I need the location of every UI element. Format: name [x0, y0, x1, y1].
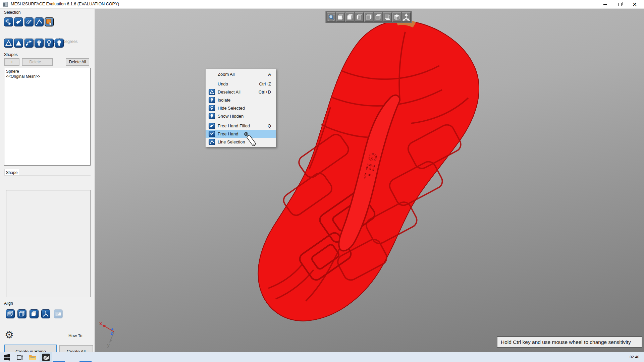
- zoom-brackets-icon: [327, 13, 335, 21]
- shoe-sole-mesh[interactable]: GEL: [95, 9, 644, 352]
- cube-left-icon: [356, 14, 363, 20]
- menu-item-isolate[interactable]: Isolate: [206, 96, 276, 104]
- free-hand-filled-icon: [15, 18, 22, 25]
- line-selection-icon: [36, 18, 43, 25]
- free-hand-filled-button[interactable]: [14, 17, 23, 26]
- vp-view-top-button[interactable]: [374, 12, 382, 22]
- align-shape-to-mesh-button[interactable]: [17, 309, 26, 318]
- vp-view-iso-button[interactable]: [392, 12, 401, 22]
- menu-item-show-hidden[interactable]: Show Hidden: [206, 112, 276, 120]
- align-mesh-to-shape-button[interactable]: [6, 309, 15, 318]
- align-corner-button[interactable]: [54, 309, 63, 318]
- mesh2surface-app-icon: [42, 353, 50, 361]
- cube-front-icon: [337, 14, 344, 20]
- vp-view-bottom-button[interactable]: [383, 12, 392, 22]
- isolate-button[interactable]: [35, 39, 44, 48]
- left-panel: Selection: [0, 9, 95, 352]
- expand-arrows-icon: [402, 13, 410, 21]
- mesh2surface-app-button[interactable]: [40, 352, 52, 362]
- deselect-all-icon: [209, 89, 215, 95]
- menu-item-line-selection[interactable]: Line Selection: [206, 138, 276, 146]
- align-datum-button[interactable]: [41, 309, 50, 318]
- title-bar: MESH2SURFACE Evaluation 6.1.6 (EVALUATIO…: [0, 0, 644, 9]
- add-shape-button[interactable]: +: [4, 58, 19, 66]
- free-hand-icon: [209, 131, 215, 137]
- sensitivity-tooltip: Hold Ctrl key and use mouse wheel to cha…: [497, 336, 642, 348]
- rectangle-selection-icon: [46, 18, 53, 26]
- settings-gear-icon[interactable]: ⚙: [5, 330, 14, 340]
- menu-item-deselect-all[interactable]: Deselect All Ctrl+D: [206, 88, 276, 96]
- show-hidden-icon: [209, 113, 215, 119]
- magic-wand-select-button[interactable]: [4, 17, 13, 26]
- menu-item-hide-selected[interactable]: Hide Selected: [206, 104, 276, 112]
- start-button[interactable]: [1, 352, 13, 362]
- vp-zoom-extents-button[interactable]: [402, 12, 411, 22]
- taskbar-clock[interactable]: 02.46: [630, 355, 639, 359]
- cube-top-icon: [375, 14, 381, 20]
- hide-bulb-icon: [46, 40, 53, 47]
- solid-cube-icon: [31, 310, 38, 317]
- menu-item-zoom-all[interactable]: Zoom All A: [206, 70, 276, 78]
- vp-view-back-button[interactable]: [345, 12, 354, 22]
- windows-taskbar: 02.46: [0, 352, 644, 362]
- align-cube-mesh-icon: [18, 310, 25, 317]
- cube-isometric-icon: [393, 14, 400, 20]
- angle-unit-label: degrees: [63, 39, 77, 44]
- shapes-list-item-original-mesh[interactable]: <<Original Mesh>>: [6, 74, 89, 79]
- hide-selected-button[interactable]: [45, 39, 54, 48]
- axis-x-label: x: [99, 320, 102, 326]
- menu-item-undo[interactable]: Undo Ctrl+Z: [206, 80, 276, 88]
- line-selection-button[interactable]: [35, 17, 44, 26]
- close-icon: ✕: [632, 1, 637, 8]
- align-solid-cube-button[interactable]: [30, 309, 39, 318]
- menu-separator: [206, 79, 275, 79]
- vp-view-left-button[interactable]: [355, 12, 364, 22]
- window-title: MESH2SURFACE Evaluation 6.1.6 (EVALUATIO…: [11, 2, 119, 6]
- minimize-button[interactable]: [598, 0, 612, 9]
- file-explorer-button[interactable]: [26, 352, 39, 362]
- line-selection-icon: [209, 139, 215, 145]
- folder-icon: [29, 354, 37, 361]
- menu-item-free-hand[interactable]: Free Hand: [206, 130, 276, 138]
- viewport-view-toolbar: [325, 11, 412, 23]
- free-hand-button[interactable]: [24, 17, 34, 26]
- axis-triad: x y z: [97, 319, 120, 348]
- cube-back-icon: [346, 14, 353, 20]
- stylus-cursor: [242, 131, 258, 148]
- hide-selected-icon: [209, 105, 215, 111]
- free-hand-filled-icon: [209, 123, 215, 129]
- tab-shape[interactable]: Shape: [4, 169, 19, 176]
- delete-shape-button[interactable]: Delete ...: [22, 58, 53, 66]
- show-hidden-button[interactable]: [55, 39, 64, 48]
- restore-icon: [618, 3, 622, 6]
- cube-bottom-icon: [384, 14, 391, 20]
- menu-item-free-hand-filled[interactable]: Free Hand Filled Q: [206, 122, 276, 130]
- shape-properties-panel: [6, 190, 91, 297]
- restore-button[interactable]: [612, 0, 627, 9]
- select-triangle-filled-button[interactable]: [14, 39, 23, 48]
- isolate-icon: [209, 97, 215, 103]
- app-window-icon: [3, 2, 8, 7]
- align-mesh-cube-icon: [7, 310, 14, 317]
- shapes-list-item-sphere[interactable]: Sphere: [6, 69, 89, 74]
- isolate-bulb-icon: [36, 40, 43, 47]
- how-to-link[interactable]: How To: [68, 334, 82, 338]
- tripod-axis-icon: [42, 310, 49, 317]
- select-triangle-outline-button[interactable]: [4, 39, 13, 48]
- invert-selection-icon: [25, 40, 33, 47]
- align-section-label: Align: [4, 301, 13, 306]
- selection-section-label: Selection: [4, 10, 20, 15]
- vp-zoom-all-button[interactable]: [327, 12, 335, 22]
- minimize-icon: [603, 4, 607, 5]
- close-button[interactable]: ✕: [627, 0, 642, 9]
- rectangle-selection-button[interactable]: [45, 17, 54, 26]
- vp-view-front-button[interactable]: [336, 12, 345, 22]
- task-view-button[interactable]: [13, 352, 26, 362]
- vp-view-right-button[interactable]: [364, 12, 373, 22]
- delete-all-button[interactable]: Delete All: [66, 58, 89, 66]
- cube-right-icon: [365, 14, 372, 20]
- free-hand-icon: [25, 18, 33, 25]
- invert-selection-button[interactable]: [24, 39, 34, 48]
- shapes-list[interactable]: Sphere <<Original Mesh>>: [4, 68, 91, 166]
- menu-separator: [206, 121, 275, 121]
